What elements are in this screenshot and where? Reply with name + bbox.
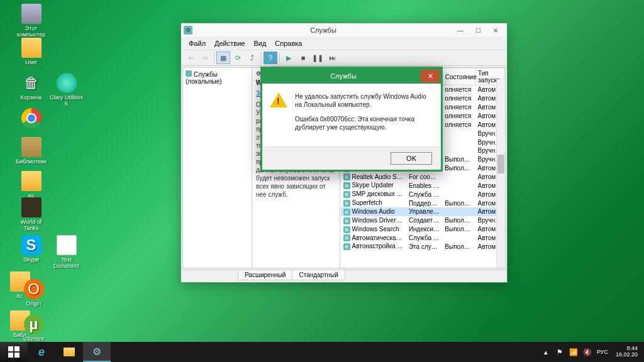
desktop-icon-origin[interactable]: OOrigin <box>16 279 51 307</box>
toolbar-btn[interactable]: ▦ <box>216 52 230 64</box>
gear-icon: ⚙ <box>343 226 350 233</box>
menu-help[interactable]: Справка <box>271 38 306 48</box>
desktop-icon-computer[interactable]: Этот компьютер <box>14 4 48 38</box>
error-message-2: Ошибка 0x800706cc: Эта конечная точка ду… <box>295 115 430 131</box>
desktop-icon-libs[interactable]: Библиотеки <box>14 137 48 165</box>
tray-volume-icon[interactable]: 🔇 <box>583 348 592 356</box>
table-row[interactable]: ⚙Windows AudioУправлен...Автоматиче... <box>341 207 505 216</box>
help-button[interactable]: ? <box>264 52 277 64</box>
tray-flag-icon[interactable]: ⚑ <box>555 348 564 356</box>
tray-language[interactable]: РУС <box>597 349 608 355</box>
dialog-close-button[interactable]: ✕ <box>421 70 440 82</box>
taskbar: e ⚙ ▴ ⚑ 📶 🔇 РУС 8:44 16.02.20 <box>0 342 644 362</box>
scroll-thumb[interactable] <box>497 155 504 173</box>
utorrent-icon: µ <box>24 314 44 334</box>
desktop-icon-wot[interactable]: World of Tanks <box>14 197 48 231</box>
icon-label: uTorrent <box>16 336 51 342</box>
export-button[interactable]: ⤴ <box>245 52 259 64</box>
desktop-icon-utorrent[interactable]: µuTorrent <box>16 314 51 342</box>
icon-label: Origin <box>16 300 51 307</box>
table-row[interactable]: ⚙Realtek Audio ServiceFor cooper...Автом… <box>341 173 505 182</box>
start-button[interactable] <box>0 342 28 362</box>
desktop-icon-glary[interactable]: Glary Utilities 5 <box>49 73 84 107</box>
system-tray[interactable]: ▴ ⚑ 📶 🔇 РУС 8:44 16.02.20 <box>538 342 644 362</box>
tab-standard[interactable]: Стандартный <box>292 270 345 280</box>
desktop-icon-user[interactable]: User <box>14 38 48 65</box>
toolbar: ⇦ ⇨ ▦ ⟳ ⤴ ? ▶ ■ ❚❚ ⏭ <box>181 50 507 66</box>
icon-label: World of Tanks <box>14 219 48 231</box>
gear-icon: ⚙ <box>343 200 350 207</box>
icon-label: Skype <box>14 256 48 263</box>
taskbar-explorer[interactable] <box>55 342 83 362</box>
error-dialog: Службы ✕ Не удалось запустить службу Win… <box>260 67 443 172</box>
tray-network-icon[interactable]: 📶 <box>569 348 578 356</box>
glary-icon <box>57 73 77 93</box>
tray-up-icon[interactable]: ▴ <box>541 348 550 356</box>
pause-button[interactable]: ❚❚ <box>311 52 325 64</box>
menu-file[interactable]: Файл <box>185 38 209 48</box>
stop-button[interactable]: ■ <box>296 52 310 64</box>
computer-icon <box>21 4 42 24</box>
libs-icon <box>21 137 42 157</box>
table-row[interactable]: ⚙SMP дисковых пространств...Служба уз...… <box>341 190 505 199</box>
menu-action[interactable]: Действие <box>211 38 248 48</box>
gear-icon: ⚙ <box>343 243 350 250</box>
error-message-1: Не удалось запустить службу Windows Audi… <box>295 92 430 109</box>
table-row[interactable]: ⚙Автонастройка WWANЭта служб...Выполняет… <box>341 242 505 251</box>
desktop-icon-chrome[interactable] <box>14 108 48 129</box>
korzina-icon: 🗑 <box>21 73 42 93</box>
table-row[interactable]: ⚙Skype UpdaterEnables th...Автоматиче... <box>341 181 505 190</box>
tabs-footer: Расширенный Стандартный <box>181 270 507 282</box>
taskbar-services[interactable]: ⚙ <box>83 342 111 362</box>
maximize-button[interactable]: ☐ <box>469 25 487 36</box>
gear-icon: ⚙ <box>343 209 350 216</box>
gear-icon: ⚙ <box>343 217 350 224</box>
table-row[interactable]: ⚙SuperfetchПоддержи...ВыполняетсяАвтомат… <box>341 199 505 207</box>
icon-label: Этот компьютер <box>14 25 48 38</box>
restart-button[interactable]: ⏭ <box>325 52 339 64</box>
col-status[interactable]: Состояние <box>442 69 475 85</box>
scrollbar[interactable] <box>496 79 505 268</box>
textdoc-icon <box>57 235 77 255</box>
table-row[interactable]: ⚙Windows SearchИндексир...ВыполняетсяАвт… <box>341 225 505 234</box>
ok-button[interactable]: OK <box>391 152 432 165</box>
tab-extended[interactable]: Расширенный <box>238 270 292 280</box>
desktop-icon-korzina[interactable]: 🗑Корзина <box>14 73 48 101</box>
tray-clock[interactable]: 8:44 16.02.20 <box>613 346 640 358</box>
close-button[interactable]: ✕ <box>487 25 504 36</box>
gear-icon: ⚙ <box>343 182 350 189</box>
gear-icon: ⚙ <box>343 191 350 198</box>
icon-label: User <box>14 59 48 65</box>
gear-icon: ⚙ <box>343 173 350 180</box>
forward-button[interactable]: ⇨ <box>198 52 212 64</box>
table-row[interactable]: ⚙Windows Driver Foundation...Создает п..… <box>341 216 505 225</box>
ko-icon <box>21 171 42 191</box>
back-button[interactable]: ⇦ <box>184 52 197 64</box>
desktop[interactable]: Этот компьютерUser🗑КорзинаGlary Utilitie… <box>0 0 644 362</box>
titlebar[interactable]: ⚙ Службы — ☐ ✕ <box>181 23 507 37</box>
skype-icon: S <box>21 235 42 255</box>
desktop-icon-skype[interactable]: SSkype <box>14 235 48 263</box>
desktop-icon-textdoc[interactable]: Text Document <box>49 235 84 269</box>
icon-label: Glary Utilities 5 <box>49 94 84 107</box>
icon-label: Корзина <box>14 94 48 101</box>
window-title: Службы <box>195 26 452 34</box>
wot-icon <box>21 197 42 217</box>
user-icon <box>21 38 42 58</box>
minimize-button[interactable]: — <box>452 25 469 36</box>
play-button[interactable]: ▶ <box>282 52 296 64</box>
origin-icon: O <box>24 279 44 299</box>
dialog-title: Службы <box>266 72 421 80</box>
dialog-titlebar[interactable]: Службы ✕ <box>262 69 441 84</box>
chrome-icon <box>21 108 42 128</box>
refresh-button[interactable]: ⟳ <box>231 52 245 64</box>
warning-icon <box>270 92 287 110</box>
app-icon: ⚙ <box>184 26 192 35</box>
taskbar-ie[interactable]: e <box>28 342 55 362</box>
tree-pane[interactable]: Службы (локальные) <box>183 68 252 268</box>
icon-label: Библиотеки <box>14 158 48 165</box>
desktop-icon-ko[interactable]: ко <box>14 171 48 199</box>
table-row[interactable]: ⚙Автоматическая настройк...Служба ав...А… <box>341 234 505 243</box>
menu-view[interactable]: Вид <box>250 38 270 48</box>
icon-label: Text Document <box>49 256 84 269</box>
